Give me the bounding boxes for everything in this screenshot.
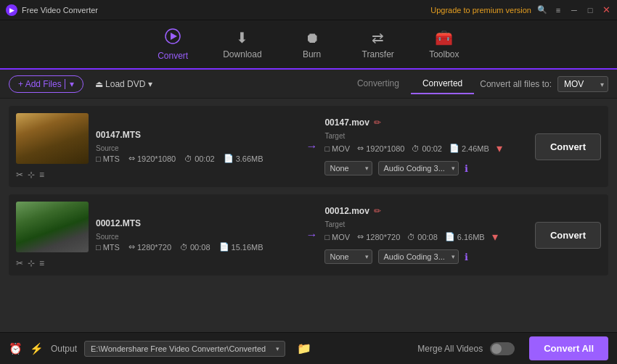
load-dvd-label: ⏏ Load DVD [95, 79, 146, 89]
target-file-name: 00147.mov [324, 117, 369, 128]
audio-select-wrapper[interactable]: Audio Coding 3... AAC MP3 [378, 249, 459, 264]
nav-item-burn[interactable]: ⏺ Burn [279, 24, 345, 65]
target-size: 📄 6.16MB [445, 232, 485, 241]
toolbar: + Add Files ▾ ⏏ Load DVD ▾ Converting Co… [0, 70, 617, 99]
info-icon[interactable]: ℹ [465, 163, 468, 174]
nav-item-transfer[interactable]: ⇄ Transfer [345, 23, 412, 65]
burn-nav-icon: ⏺ [305, 30, 319, 46]
close-button[interactable]: ✕ [601, 5, 611, 15]
app-icon: ▶ [6, 4, 17, 16]
tab-converted[interactable]: Converted [411, 74, 474, 94]
load-dvd-button[interactable]: ⏏ Load DVD ▾ [89, 76, 159, 92]
add-files-button[interactable]: + Add Files ▾ [9, 75, 83, 93]
effects-icon[interactable]: ≡ [39, 258, 44, 268]
file-info: 00147.MTS Source □ MTS ⇔ 1920*1080 ⏱ 00:… [96, 130, 298, 163]
target-format-icon: □ [324, 233, 330, 241]
info-icon[interactable]: ℹ [465, 252, 468, 262]
menu-icon[interactable]: ≡ [553, 5, 563, 15]
folder-icon[interactable]: 📁 [297, 342, 311, 355]
file-info: 00012.MTS Source □ MTS ⇔ 1280*720 ⏱ 00:0… [96, 218, 298, 252]
thumbnail [16, 113, 89, 164]
merge-all-label: Merge All Videos [417, 344, 483, 354]
output-path-wrapper[interactable]: E:\Wondershare Free Video Converter\Conv… [84, 341, 285, 357]
quality-select[interactable]: None High Medium Low [324, 161, 372, 175]
arrow-right-icon: → [306, 140, 317, 153]
thumbnail [16, 202, 89, 252]
upgrade-link[interactable]: Upgrade to premium version [430, 6, 531, 15]
app-title-section: ▶ Free Video Converter [6, 4, 98, 16]
target-res-icon: ⇔ [357, 144, 364, 153]
target-meta: □ MOV ⇔ 1920*1080 ⏱ 00:02 📄 2.46MB [324, 141, 527, 155]
clock-icon: ⏱ [180, 243, 188, 252]
target-clock-icon: ⏱ [412, 144, 420, 153]
clock-icon[interactable]: ⏰ [9, 342, 23, 355]
source-size: 📄 3.66MB [224, 154, 263, 163]
toggle-knob [491, 344, 502, 354]
convert-all-button[interactable]: Convert All [529, 336, 608, 360]
crop-icon[interactable]: ⊹ [28, 170, 35, 180]
source-section: Source □ MTS ⇔ 1280*720 ⏱ 00:08 [96, 233, 298, 252]
output-path-select[interactable]: E:\Wondershare Free Video Converter\Conv… [84, 341, 285, 357]
source-meta: □ MTS ⇔ 1920*1080 ⏱ 00:02 📄 3.66MB [96, 154, 298, 163]
svg-marker-1 [171, 33, 177, 40]
add-files-arrow-icon[interactable]: ▾ [65, 79, 74, 89]
target-name-row: 00147.mov ✏ [324, 117, 527, 128]
thumb-controls: ✂ ⊹ ≡ [16, 258, 89, 268]
convert-button-2[interactable]: Convert [535, 222, 601, 249]
thumbnail-section: ✂ ⊹ ≡ [16, 202, 89, 268]
nav-item-download[interactable]: ⬇ Download [205, 23, 279, 65]
target-format-dropdown-arrow[interactable]: ▾ [492, 230, 498, 244]
resolution-icon: ⇔ [128, 242, 135, 252]
edit-icon[interactable]: ✏ [374, 117, 381, 128]
target-file-name: 00012.mov [324, 206, 369, 216]
target-resolution: ⇔ 1920*1080 [357, 144, 404, 153]
lightning-icon[interactable]: ⚡ [30, 342, 44, 355]
target-res-icon: ⇔ [357, 232, 364, 241]
format-select-wrapper[interactable]: MOV MP4 AVI MKV [557, 76, 608, 92]
maximize-button[interactable]: □ [585, 5, 595, 15]
nav-item-convert[interactable]: Convert [140, 22, 205, 67]
quality-select[interactable]: None High Medium Low [324, 249, 372, 264]
target-format: □ MOV [324, 144, 350, 153]
format-select[interactable]: MOV MP4 AVI MKV [557, 76, 608, 92]
merge-toggle[interactable] [490, 342, 515, 355]
source-resolution: ⇔ 1280*720 [128, 242, 171, 252]
search-icon[interactable]: 🔍 [537, 5, 547, 15]
audio-coding-select[interactable]: Audio Coding 3... AAC MP3 [378, 161, 459, 175]
file-icon: 📄 [224, 154, 234, 163]
output-label: Output [51, 344, 77, 354]
target-format-dropdown-arrow[interactable]: ▾ [497, 141, 502, 155]
effects-icon[interactable]: ≡ [39, 170, 44, 180]
audio-select-wrapper[interactable]: Audio Coding 3... AAC MP3 [378, 161, 459, 175]
minimize-button[interactable]: ─ [569, 5, 579, 15]
target-section: Target □ MOV ⇔ 1920*1080 ⏱ 00:02 [324, 132, 527, 155]
load-dvd-arrow-icon: ▾ [148, 79, 152, 89]
nav-item-toolbox[interactable]: 🧰 Toolbox [412, 23, 477, 65]
target-clock-icon: ⏱ [407, 233, 415, 241]
tab-converting[interactable]: Converting [346, 74, 411, 94]
format-icon: □ [96, 243, 101, 252]
target-file-icon: 📄 [445, 232, 455, 241]
cut-icon[interactable]: ✂ [16, 258, 23, 268]
quality-select-wrapper[interactable]: None High Medium Low [324, 249, 372, 264]
audio-coding-select[interactable]: Audio Coding 3... AAC MP3 [378, 249, 459, 264]
quality-select-wrapper[interactable]: None High Medium Low [324, 161, 372, 175]
source-duration: ⏱ 00:02 [184, 154, 215, 163]
download-nav-icon: ⬇ [236, 29, 248, 46]
source-file-name: 00012.MTS [96, 218, 298, 228]
title-bar: ▶ Free Video Converter Upgrade to premiu… [0, 0, 617, 20]
thumb-controls: ✂ ⊹ ≡ [16, 170, 89, 180]
resolution-icon: ⇔ [128, 154, 135, 163]
crop-icon[interactable]: ⊹ [28, 258, 35, 268]
clock-icon: ⏱ [184, 154, 192, 163]
toolbox-nav-icon: 🧰 [435, 29, 453, 46]
add-files-label: + Add Files [18, 79, 62, 89]
cut-icon[interactable]: ✂ [16, 170, 23, 180]
quality-row: None High Medium Low Audio Coding 3... A… [324, 161, 527, 175]
nav-transfer-label: Transfer [362, 49, 394, 59]
title-bar-right: Upgrade to premium version 🔍 ≡ ─ □ ✕ [430, 5, 611, 15]
edit-icon[interactable]: ✏ [374, 206, 381, 216]
arrow-right-icon: → [306, 228, 317, 241]
convert-button-1[interactable]: Convert [535, 133, 601, 160]
convert-nav-icon [165, 28, 181, 48]
